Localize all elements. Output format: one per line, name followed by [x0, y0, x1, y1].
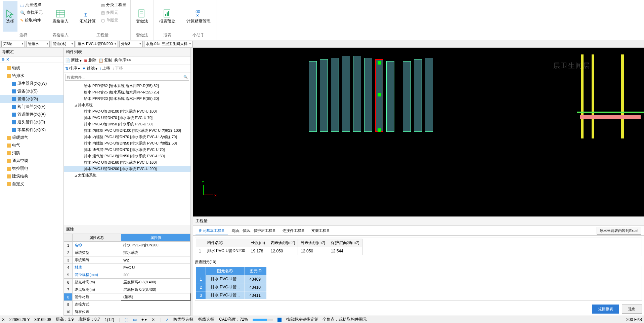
props-row[interactable]: 1名称排水 PVC-U管DN200 [64, 242, 190, 249]
pipe-elem[interactable] [353, 56, 361, 132]
component-item[interactable]: 给水 PPR管20 [给水系统 给水用PP-R(S5) 20] [64, 95, 190, 102]
pipe-elem[interactable] [403, 61, 411, 132]
nav-sub-item[interactable]: 管道(水)(G) [0, 95, 63, 103]
prop-value[interactable]: 层底标高-0.3(8.400) [121, 279, 190, 286]
props-row[interactable]: 8管件材质(塑料) [64, 293, 190, 301]
pipe-elem[interactable] [386, 61, 394, 132]
nav-sub-item[interactable]: 阀门法兰(水)(F) [0, 103, 63, 111]
prop-value[interactable]: W2 [121, 256, 190, 264]
layer-dropdown[interactable]: 分层3 [119, 41, 143, 47]
tab-insulation[interactable]: 刷油、保温、保护层工程量 [228, 227, 279, 235]
nav-sub-item[interactable]: 管道附件(水)(A) [0, 111, 63, 118]
select-button[interactable]: 选择 [3, 1, 17, 32]
nav-sub-item[interactable]: 设备(水)(S) [0, 87, 63, 95]
tab-connector[interactable]: 连接件工程量 [279, 227, 308, 235]
pipe-elem[interactable] [320, 59, 328, 132]
component-item[interactable]: 排水 通气管 PVC-U管DN70 [排水系统 PVC-U 70] [64, 147, 190, 153]
prop-value[interactable]: 排水系统 [121, 249, 190, 256]
brightness-slider[interactable] [253, 319, 273, 321]
nav-folder-item[interactable]: 轴线 [0, 64, 63, 72]
up-button[interactable]: ↑上移 [99, 66, 110, 71]
component-item[interactable]: 排水 PVC-U管DN160 [排水系统 PVC-U 160] [64, 159, 190, 166]
tab-basic-qty[interactable]: 图元基本工程量 [196, 227, 228, 235]
handle[interactable] [378, 61, 381, 65]
prop-value[interactable]: 排水 PVC-U管DN200 [121, 242, 190, 249]
component-item[interactable]: 排水 PVC-U管DN50 [排水系统 PVC-U 50] [64, 121, 190, 127]
component-item[interactable]: 排水 PVC-U管DN100 [排水系统 PVC-U 100] [64, 108, 190, 115]
sum-calc-button[interactable]: Σ 汇总计算 [77, 1, 98, 32]
qty-row[interactable]: 1 排水 PVC-U管DN200 19.178 12.050 12.050 12… [196, 247, 362, 255]
nav-folder-item[interactable]: 电气 [0, 142, 63, 149]
status-tool-icon[interactable]: + ▾ [141, 317, 147, 322]
handle[interactable] [378, 128, 381, 132]
floor-dropdown[interactable]: 第3层 [1, 41, 25, 47]
status-tool-icon[interactable]: ↗ [165, 317, 169, 322]
prop-value[interactable]: PVC-U [121, 264, 190, 271]
delete-button[interactable]: 🗑删除 [84, 57, 96, 63]
method-button[interactable]: 套做法 [133, 1, 151, 32]
nav-folder-item[interactable]: 消防 [0, 149, 63, 157]
table-input-button[interactable]: 表格输入 [50, 1, 71, 32]
elem-row[interactable]: 3排水 PVC-U管...43411 [196, 291, 267, 299]
component-group[interactable]: 太阳能系统 [64, 172, 190, 178]
prop-value[interactable]: (塑料) [121, 293, 190, 301]
color-swatch[interactable] [277, 318, 282, 322]
status-fold-sel[interactable]: 折线选择 [198, 317, 214, 322]
nav-folder-item[interactable]: 采暖燃气 [0, 134, 63, 142]
category-dropdown[interactable]: 管道(水) [51, 41, 75, 47]
report-preview-button[interactable]: 报表预览 [157, 1, 178, 32]
system-dropdown[interactable]: 给排水 [26, 41, 50, 47]
component-item[interactable]: 排水 内螺旋 PVC-U管DN100 [排水系统 PVC-U 内螺旋 100] [64, 127, 190, 134]
export-excel-button[interactable]: 导出当前表内容到Excel [597, 227, 641, 235]
nav-folder-item[interactable]: 通风空调 [0, 157, 63, 165]
nav-folder-item[interactable]: 建筑结构 [0, 172, 63, 180]
status-tool-icon[interactable]: ✕ [152, 317, 155, 322]
nav-folder-item[interactable]: 自定义 [0, 180, 63, 188]
status-cad-brightness[interactable]: CAD亮度：72% [219, 317, 248, 322]
nav-folder-item[interactable]: 给排水 [0, 72, 63, 80]
component-item[interactable]: 排水 通气管 PVC-U管DN50 [排水系统 PVC-U 50] [64, 153, 190, 159]
pipe-elem[interactable] [425, 58, 433, 132]
prop-value[interactable] [121, 301, 190, 308]
props-row[interactable]: 7终点标高(m)层底标高-0.3(8.400) [64, 286, 190, 293]
elem-row[interactable]: 2排水 PVC-U管...43410 [196, 283, 267, 291]
props-row[interactable]: 5管径规格(mm)200 [64, 271, 190, 279]
component-item[interactable]: 排水 PVC-U管DN70 [排水系统 PVC-U 70] [64, 115, 190, 121]
component-item[interactable]: 排水 内螺旋 PVC-U管DN70 [排水系统 PVC-U 内螺旋 70] [64, 134, 190, 140]
nav-sub-item[interactable]: 零星构件(水)(K) [0, 126, 63, 134]
prop-value[interactable]: 200 [121, 271, 190, 279]
return-report-button[interactable]: 返回报表 [592, 305, 619, 314]
pipe-elem[interactable] [309, 61, 317, 132]
new-button[interactable]: 📄新建 ▾ [65, 57, 82, 63]
handle[interactable] [378, 93, 381, 96]
pipe-elem[interactable] [342, 56, 350, 132]
props-row[interactable]: 3系统编号W2 [64, 256, 190, 264]
filter-button[interactable]: ▼过滤 ▾ [82, 66, 97, 71]
down-button[interactable]: ↓下移 [112, 66, 123, 71]
props-row[interactable]: 2系统类型排水系统 [64, 249, 190, 256]
component-item[interactable]: 排水 内螺旋 PVC-U管DN50 [排水系统 PVC-U 内螺旋 50] [64, 140, 190, 147]
props-row[interactable]: 10所在位置 [64, 308, 190, 316]
nav-expand-icon[interactable]: ⊕ [1, 57, 5, 62]
nav-collapse-icon[interactable]: ✕ [6, 57, 9, 62]
pipe-elem[interactable] [414, 59, 422, 132]
drawing-dropdown[interactable]: 水施-04a 三层卫生间大样 [144, 41, 192, 47]
spec-dropdown[interactable]: 排水 PVC-U管DN200 [76, 41, 118, 47]
component-item[interactable]: 给水 PPR管25 [给水系统 给水用PP-R(S5) 25] [64, 89, 190, 95]
tab-support[interactable]: 支架工程量 [308, 227, 333, 235]
pipe-elem[interactable] [364, 58, 372, 132]
status-tool-icon[interactable]: ⬚ [125, 317, 128, 322]
viewport[interactable]: 层卫生间层 Y [193, 48, 644, 216]
props-row[interactable]: 6起点标高(m)层底标高-0.3(8.400) [64, 279, 190, 286]
precision-button[interactable]: .00 计算精度管理 [184, 1, 213, 32]
status-cross-type[interactable]: 跨类型选择 [173, 317, 194, 322]
exit-button[interactable]: 退出 [622, 305, 642, 314]
nav-folder-item[interactable]: 智控弱电 [0, 165, 63, 172]
single-elem-button[interactable]: ▢单图元 [100, 17, 128, 24]
multi-elem-button[interactable]: ▤多图元 [100, 9, 128, 16]
props-row[interactable]: 4材质PVC-U [64, 264, 190, 271]
find-element-button[interactable]: 🔍查找图元 [19, 9, 44, 16]
component-item[interactable]: 排水 PVC-U管DN200 [排水系统 PVC-U 200] [64, 166, 190, 172]
status-tool-icon[interactable]: ▭ [133, 317, 137, 322]
prop-value[interactable] [121, 308, 190, 316]
